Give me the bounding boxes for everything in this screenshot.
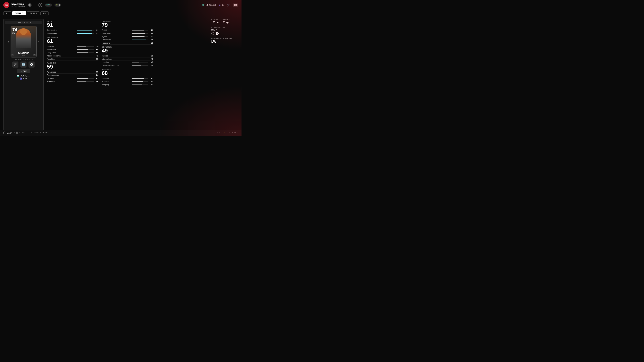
stat-bar-container-passing-2 xyxy=(77,78,94,79)
stat-bar-defence-3 xyxy=(132,65,141,66)
player-icon-transfer: 🔄 xyxy=(20,61,26,67)
stat-row-fitness-2: Jumping61 xyxy=(102,83,153,86)
stat-group-name-dribbling: Dribbling xyxy=(102,20,153,22)
buy-arrow-icon: ▲ xyxy=(20,70,22,72)
player-head xyxy=(20,29,27,35)
stat-label-fitness-2: Jumping xyxy=(102,84,130,86)
stats-left-col: PACE91Acceleration91Sprint speed91SHOOTI… xyxy=(47,19,98,131)
stat-bar-container-shooting-2 xyxy=(77,52,94,53)
xp-icon: XP xyxy=(56,4,58,6)
prev-player-arrow[interactable]: ‹ xyxy=(8,39,10,44)
stat-value-passing-1: 56 xyxy=(95,74,98,76)
r3-badge[interactable]: R3 xyxy=(233,3,238,6)
stat-row-shooting-4: Penalties55 xyxy=(47,57,98,61)
username: Tom_Hopkins xyxy=(14,5,25,7)
settings-icon[interactable]: ⚙ xyxy=(38,3,42,7)
player-panel: 0 SKILL POINTS ‹ 74 LW SULEMANA UFL L2 R… xyxy=(3,19,44,131)
stat-row-shooting-3: Attack positioning71 xyxy=(47,54,98,57)
stat-bar-container-dribbling-3 xyxy=(132,39,148,40)
stat-label-passing-2: Crossing xyxy=(47,77,76,79)
stat-row-fitness-0: Strength75 xyxy=(102,77,153,80)
stat-value-fitness-0: 75 xyxy=(150,77,153,79)
stat-value-dribbling-4: 75 xyxy=(150,42,153,44)
stat-group-header-passing: PASSING59 xyxy=(47,62,98,69)
tab-details[interactable]: DETAILS xyxy=(12,11,26,15)
stat-bar-passing-3 xyxy=(77,81,86,82)
stat-row-shooting-2: Long Shots65 xyxy=(47,51,98,54)
stat-label-defence-0: Tackles xyxy=(102,55,130,57)
stat-row-fitness-1: Stamina67 xyxy=(102,80,153,83)
stat-label-shooting-4: Penalties xyxy=(47,58,76,60)
stat-row-shooting-0: Finishing53 xyxy=(47,45,98,48)
stat-group-value-dribbling: 79 xyxy=(102,22,153,28)
stat-value-dribbling-3: 88 xyxy=(150,39,153,41)
thegamer-star-icon: ✦ xyxy=(224,132,226,134)
stat-group-shooting: SHOOTING61Finishing53Shot Power68Long Sh… xyxy=(47,35,98,61)
stat-value-shooting-3: 71 xyxy=(95,55,98,57)
stat-label-passing-3: Free kicks xyxy=(47,80,76,82)
header-left: UCL New Arsenal ⊕ Tom_Hopkins 1 ⚙ CP 7 X… xyxy=(3,2,61,8)
weight-block: WEIGHT 70 kg xyxy=(222,19,230,24)
stat-value-pace-0: 91 xyxy=(95,29,98,31)
stat-value-defence-1: 41 xyxy=(150,58,153,60)
diamond-icon: ◆ xyxy=(219,4,221,6)
stat-bar-pace-0 xyxy=(77,30,92,30)
stat-group-name-passing: PASSING xyxy=(47,62,98,64)
ucl-logo: UCL xyxy=(3,2,10,8)
player-silhouette xyxy=(16,28,31,48)
team-name: New Arsenal xyxy=(12,3,25,5)
stat-bar-container-shooting-4 xyxy=(77,59,94,59)
stat-row-defence-3: Defensive Positioning54 xyxy=(102,64,153,67)
stat-label-fitness-0: Strength xyxy=(102,77,130,79)
stat-row-pace-1: Sprint speed91 xyxy=(47,32,98,35)
stat-bar-shooting-4 xyxy=(77,59,86,59)
tab-l1[interactable]: L1 xyxy=(3,11,12,15)
transfer-market-label: TRANSFER MARKET xyxy=(14,58,34,60)
r-badge: R xyxy=(16,132,18,134)
positions-block: PREFERRED POSITIONS LW xyxy=(211,38,238,43)
stat-group-header-defence: DEFENCE49 xyxy=(102,46,153,53)
nav-hint-label: GOALKEEPER CHARACTERISTICS xyxy=(21,132,49,134)
stat-row-passing-0: Awareness53 xyxy=(47,70,98,73)
stat-group-value-passing: 59 xyxy=(47,64,98,69)
next-player-arrow[interactable]: › xyxy=(37,39,40,44)
stat-bar-shooting-2 xyxy=(77,52,88,53)
stat-label-dribbling-4: Reactions xyxy=(102,42,130,44)
stat-group-fitness: FITNESS68Strength75Stamina67Jumping61 xyxy=(102,67,153,86)
cart-icon[interactable]: 🛒 xyxy=(227,3,230,6)
notification-badge[interactable]: 1 xyxy=(28,3,32,7)
stat-bar-fitness-0 xyxy=(132,78,144,79)
stat-bar-passing-0 xyxy=(77,72,86,72)
tab-skills[interactable]: SKILLS xyxy=(27,11,40,15)
back-button[interactable]: BACK xyxy=(3,132,12,134)
stat-bar-container-dribbling-2 xyxy=(132,36,148,37)
stat-label-pace-1: Sprint speed xyxy=(47,32,76,34)
header-right: CP 14,216,060 ◆ 10 🛒 R3 xyxy=(202,3,238,6)
stat-bar-container-dribbling-1 xyxy=(132,33,148,34)
team-info: New Arsenal ⊕ Tom_Hopkins xyxy=(12,3,25,7)
stat-value-shooting-0: 53 xyxy=(95,45,98,47)
currency-amount: 14,216,060 xyxy=(206,4,216,6)
player-icon-ball: ⚽ xyxy=(28,61,34,67)
stat-row-dribbling-1: Ball Control79 xyxy=(102,32,153,35)
stat-row-dribbling-0: Dribbling76 xyxy=(102,29,153,32)
stat-row-shooting-1: Shot Power68 xyxy=(47,48,98,51)
diamond-display: ◆ 10 xyxy=(219,4,224,6)
back-circle-icon xyxy=(3,132,6,134)
tab-r1[interactable]: R1 xyxy=(40,11,49,15)
team-user: ⊕ Tom_Hopkins xyxy=(12,5,25,7)
stat-row-passing-3: Free kicks56 xyxy=(47,80,98,83)
nav-chevron-right: › xyxy=(19,132,20,134)
stats-right-col: Dribbling79Dribbling76Ball Control79Agil… xyxy=(102,19,153,131)
stat-bar-container-defence-1 xyxy=(132,59,148,59)
stat-bar-container-dribbling-0 xyxy=(132,30,148,30)
foot-circle-1: 3 xyxy=(211,32,214,35)
stat-value-dribbling-2: 77 xyxy=(150,35,153,37)
stat-label-dribbling-0: Dribbling xyxy=(102,29,130,31)
stat-bar-fitness-1 xyxy=(132,81,143,82)
stat-value-dribbling-1: 79 xyxy=(150,32,153,34)
header: UCL New Arsenal ⊕ Tom_Hopkins 1 ⚙ CP 7 X… xyxy=(0,0,242,10)
stat-group-name-fitness: FITNESS xyxy=(102,68,153,70)
stat-bar-dribbling-3 xyxy=(132,39,146,40)
buy-button[interactable]: ▲ BUY xyxy=(16,69,30,73)
